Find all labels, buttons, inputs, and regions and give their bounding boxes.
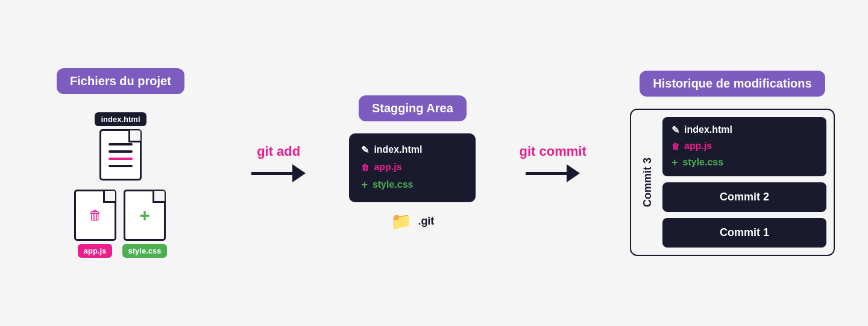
- staging-index-name: index.html: [374, 144, 422, 155]
- staging-plus-icon: [361, 179, 368, 191]
- staging-app-name: app.js: [374, 162, 401, 173]
- arrow-head-add: [292, 164, 306, 182]
- file-body-app: 🗑: [74, 190, 116, 241]
- hist-app-item: app.js: [671, 141, 817, 152]
- git-folder-label: .git: [418, 215, 434, 228]
- section-files: Fichiers du projet index.html: [30, 68, 211, 258]
- commit-1-block: Commit 1: [662, 218, 826, 248]
- hist-trash-icon: [671, 141, 679, 152]
- hist-plus-icon: [671, 156, 678, 169]
- hist-index-item: index.html: [671, 124, 817, 136]
- style-css-group: + style.css: [122, 190, 168, 258]
- history-label: Historique de modifications: [640, 71, 825, 97]
- commit-2-block: Commit 2: [662, 182, 826, 212]
- plus-icon-file: +: [139, 205, 150, 226]
- app-js-icon: 🗑: [74, 190, 116, 241]
- arrow-shaft-commit: [526, 172, 567, 175]
- bottom-file-row: 🗑 app.js + style.css: [74, 190, 168, 258]
- staging-edit-icon: [361, 144, 369, 156]
- history-outer-box: Commit 3 index.html app.js style.css: [630, 109, 835, 256]
- files-label: Fichiers du projet: [57, 68, 184, 94]
- staging-trash-icon: [361, 162, 369, 173]
- git-commit-label: git commit: [520, 144, 587, 159]
- arrow-right-add: [251, 164, 306, 182]
- git-folder-row: 📁 .git: [391, 211, 434, 231]
- commit-1-label: Commit 1: [720, 226, 769, 238]
- arrow-right-commit: [526, 164, 580, 182]
- commit-3-side-label: Commit 3: [638, 117, 656, 248]
- file-corner-style: [153, 191, 165, 203]
- staging-box: index.html app.js style.css: [349, 133, 476, 202]
- staging-style-name: style.css: [373, 179, 414, 190]
- index-html-tag: index.html: [95, 112, 146, 126]
- git-commit-arrow: git commit: [520, 144, 587, 182]
- commit-3-detail: index.html app.js style.css: [662, 117, 826, 176]
- hist-style-item: style.css: [671, 156, 817, 169]
- file-body-index: [99, 129, 142, 181]
- file-corner-app: [103, 191, 115, 203]
- app-js-group: 🗑 app.js: [74, 190, 116, 258]
- file-line-1: [108, 143, 133, 145]
- hist-style-name: style.css: [683, 157, 724, 168]
- section-history: Historique de modifications Commit 3 ind…: [627, 71, 838, 256]
- file-line-3: [108, 165, 133, 167]
- file-corner: [128, 130, 140, 142]
- commit-2-label: Commit 2: [720, 191, 769, 203]
- main-container: Fichiers du projet index.html: [18, 12, 850, 314]
- hist-edit-icon: [671, 124, 679, 136]
- app-js-tag: app.js: [78, 244, 113, 258]
- staging-item-style: style.css: [361, 179, 464, 191]
- arrow-head-commit: [567, 164, 580, 182]
- hist-index-name: index.html: [684, 124, 732, 135]
- staging-item-index: index.html: [361, 144, 464, 156]
- git-add-label: git add: [257, 144, 300, 159]
- trash-icon-file: 🗑: [89, 208, 102, 223]
- section-staging: Stagging Area index.html app.js style.cs…: [346, 95, 479, 231]
- style-css-icon: +: [124, 190, 166, 241]
- arrow-shaft-add: [251, 172, 292, 175]
- file-line-2: [108, 150, 133, 153]
- file-body-style: +: [124, 190, 166, 241]
- index-html-icon: [99, 129, 142, 181]
- index-html-group: index.html: [95, 112, 146, 181]
- file-line-pink: [108, 158, 133, 160]
- folder-icon: 📁: [391, 211, 412, 231]
- git-add-arrow: git add: [251, 144, 306, 182]
- files-content: index.html: [74, 112, 168, 258]
- hist-app-name: app.js: [684, 141, 712, 152]
- staging-label: Stagging Area: [359, 95, 467, 121]
- top-file-row: index.html: [95, 112, 146, 181]
- history-right: index.html app.js style.css Commit 2: [662, 117, 826, 248]
- staging-item-app: app.js: [361, 162, 464, 173]
- style-css-tag: style.css: [122, 244, 168, 258]
